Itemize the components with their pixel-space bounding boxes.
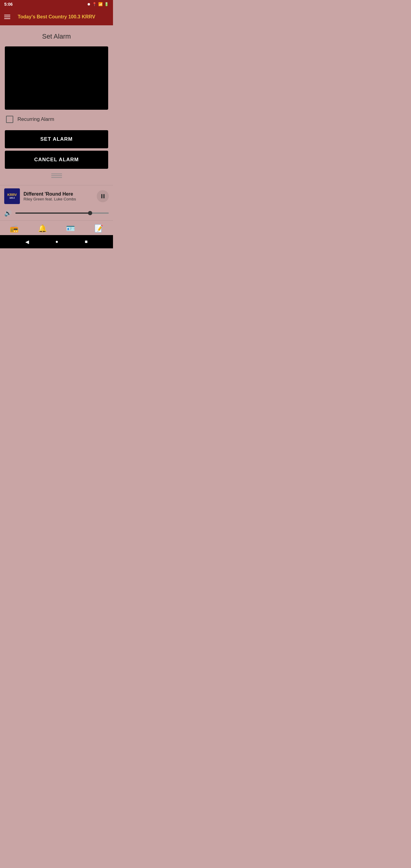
volume-fill <box>15 213 90 214</box>
drag-handle <box>5 174 108 178</box>
nav-radio[interactable]: 📻 <box>0 223 28 234</box>
top-bar: Today's Best Country 100.3 KRRV <box>0 8 113 25</box>
volume-track[interactable] <box>15 213 109 214</box>
pause-icon <box>101 194 104 198</box>
status-bar: 5:06 ⏺ 📍 📶 🔋 <box>0 0 113 8</box>
volume-icon: 🔊 <box>4 210 12 217</box>
track-artist: Riley Green feat. Luke Combs <box>24 197 93 201</box>
location-icon: 📍 <box>92 2 97 6</box>
alarm-icon: 🔔 <box>38 224 47 233</box>
station-logo-name: KRRV <box>7 193 17 197</box>
back-button[interactable]: ◀ <box>25 239 29 245</box>
track-info: Different 'Round Here Riley Green feat. … <box>24 191 93 201</box>
alarm-clock-display <box>5 46 108 110</box>
track-title: Different 'Round Here <box>24 191 93 197</box>
status-time: 5:06 <box>4 2 13 7</box>
record-icon: ⏺ <box>87 2 91 6</box>
main-content: Set Alarm Recurring Alarm SET ALARM CANC… <box>0 25 113 185</box>
menu-icon[interactable] <box>4 15 10 19</box>
signal-icon: 📶 <box>98 2 103 6</box>
cancel-alarm-button[interactable]: CANCEL ALARM <box>5 151 108 169</box>
system-nav: ◀ ● ■ <box>0 235 113 248</box>
now-playing-bar: KRRV 100.3 Different 'Round Here Riley G… <box>0 185 113 207</box>
set-alarm-button[interactable]: SET ALARM <box>5 130 108 148</box>
radio-icon: 📻 <box>10 224 19 233</box>
nav-alarm[interactable]: 🔔 <box>28 223 57 234</box>
volume-row: 🔊 <box>0 207 113 220</box>
nav-notes[interactable]: 📝 <box>85 223 113 234</box>
recurring-alarm-checkbox[interactable] <box>6 116 13 123</box>
volume-thumb <box>88 211 92 215</box>
recent-button[interactable]: ■ <box>85 239 88 244</box>
pause-button[interactable] <box>97 190 109 202</box>
station-logo: KRRV 100.3 <box>4 188 20 204</box>
bottom-nav: 📻 🔔 🪪 📝 <box>0 220 113 235</box>
contacts-icon: 🪪 <box>66 224 75 233</box>
station-logo-freq: 100.3 <box>7 197 17 199</box>
page-title: Set Alarm <box>5 33 108 40</box>
home-button[interactable]: ● <box>56 239 59 244</box>
battery-icon: 🔋 <box>104 2 109 6</box>
recurring-alarm-label: Recurring Alarm <box>18 116 54 122</box>
recurring-alarm-row: Recurring Alarm <box>5 116 108 123</box>
top-bar-title: Today's Best Country 100.3 KRRV <box>15 14 109 20</box>
status-icons: ⏺ 📍 📶 🔋 <box>87 2 109 6</box>
nav-contacts[interactable]: 🪪 <box>57 223 85 234</box>
notes-icon: 📝 <box>94 224 103 233</box>
